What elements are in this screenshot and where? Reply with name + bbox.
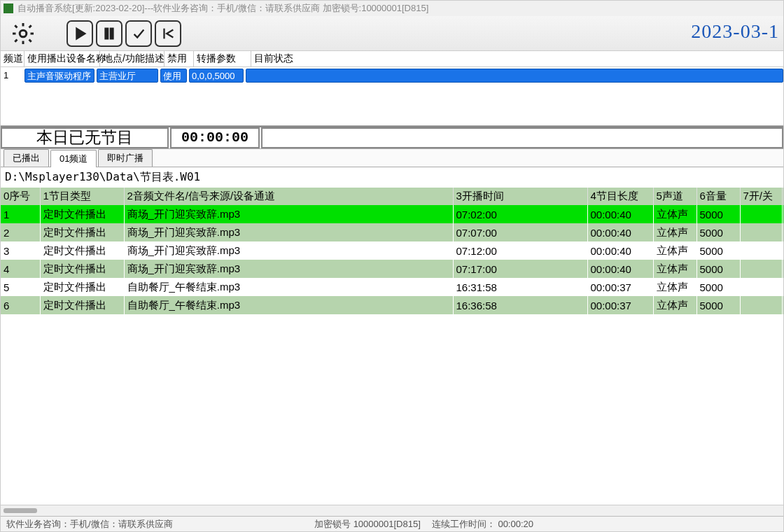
toolbar: 2023-03-1 [1, 16, 783, 51]
cell-len: 00:00:40 [587, 223, 653, 241]
playlist-header-row: 0序号 1节目类型 2音频文件名/信号来源/设备通道 3开播时间 4节目长度 5… [1, 188, 783, 205]
app-window: 自动播音系统[更新:2023-02-20]---软件业务咨询：手机/微信：请联系… [0, 0, 784, 532]
cell-ch: 立体声 [653, 223, 696, 241]
mid-bar: 本日已无节目 00:00:00 [1, 126, 783, 149]
cell-file: 商场_开门迎宾致辞.mp3 [124, 205, 453, 223]
col-len[interactable]: 4节目长度 [587, 188, 653, 205]
table-row[interactable]: 2定时文件播出商场_开门迎宾致辞.mp307:07:0000:00:40立体声5… [1, 223, 783, 241]
cell-ch: 立体声 [653, 278, 696, 296]
table-row[interactable]: 3定时文件播出商场_开门迎宾致辞.mp307:12:0000:00:40立体声5… [1, 241, 783, 260]
check-button[interactable] [125, 20, 152, 47]
cell-vol: 5000 [696, 205, 740, 223]
cell-ext: 16 [782, 296, 783, 314]
col-seq[interactable]: 0序号 [1, 188, 40, 205]
table-row[interactable]: 6定时文件播出自助餐厅_午餐结束.mp316:36:5800:00:37立体声5… [1, 296, 783, 314]
col-location: 地点/功能描述 [100, 51, 164, 66]
cell-ch: 立体声 [653, 205, 696, 223]
title-bar: 自动播音系统[更新:2023-02-20]---软件业务咨询：手机/微信：请联系… [1, 1, 783, 16]
scrollbar-thumb[interactable] [4, 508, 37, 513]
horizontal-scrollbar[interactable] [1, 505, 783, 516]
col-disabled: 禁用 [164, 51, 194, 66]
cell-len: 00:00:37 [587, 278, 653, 296]
channel-row[interactable]: 1 主声音驱动程序 主营业厅 使用 0,0,0,5000 [1, 69, 783, 84]
cell-start: 07:02:00 [453, 205, 587, 223]
cell-sw [740, 223, 782, 241]
pause-icon [102, 26, 117, 41]
table-row[interactable]: 1定时文件播出商场_开门迎宾致辞.mp307:02:0000:00:40立体声5… [1, 205, 783, 223]
status-bar: 软件业务咨询：手机/微信：请联系供应商 加密锁号 10000001[D815] … [1, 516, 783, 531]
cell-file: 商场_开门迎宾致辞.mp3 [124, 241, 453, 260]
cell-vol: 5000 [696, 223, 740, 241]
table-row[interactable]: 4定时文件播出商场_开门迎宾致辞.mp307:17:0000:00:40立体声5… [1, 260, 783, 278]
cell-sw [740, 205, 782, 223]
tab-instant[interactable]: 即时广播 [98, 149, 153, 167]
col-extra[interactable]: 8 [782, 188, 783, 205]
channel-body: 1 主声音驱动程序 主营业厅 使用 0,0,0,5000 [1, 67, 783, 126]
pause-button[interactable] [96, 20, 122, 47]
status-runtime-label: 连续工作时间： [432, 519, 496, 529]
cell-seq: 1 [1, 205, 40, 223]
settings-button[interactable] [8, 18, 38, 49]
col-file[interactable]: 2音频文件名/信号来源/设备通道 [124, 188, 453, 205]
today-status: 本日已无节目 [1, 127, 169, 148]
col-device: 使用播出设备名称 [24, 51, 100, 66]
cell-file: 商场_开门迎宾致辞.mp3 [124, 260, 453, 278]
cell-seq: 3 [1, 241, 40, 260]
cell-len: 00:00:40 [587, 241, 653, 260]
cell-len: 00:00:40 [587, 260, 653, 278]
status-lock: 加密锁号 10000001[D815] [309, 518, 426, 531]
tab-bar: 已播出 01频道 即时广播 [1, 149, 783, 167]
cell-ch: 立体声 [653, 241, 696, 260]
cell-start: 07:17:00 [453, 260, 587, 278]
cell-vol: 5000 [696, 260, 740, 278]
status-left: 软件业务咨询：手机/微信：请联系供应商 [1, 518, 309, 531]
back-button[interactable] [155, 20, 181, 47]
svg-rect-3 [111, 28, 113, 38]
play-button[interactable] [66, 20, 93, 47]
elapsed-time: 00:00:00 [170, 127, 260, 148]
channel-row-empty [1, 85, 783, 101]
col-params: 转播参数 [194, 51, 251, 66]
status-runtime-value: 00:00:20 [498, 519, 533, 529]
cell-seq: 4 [1, 260, 40, 278]
cell-sw [740, 260, 782, 278]
cell-start: 16:36:58 [453, 296, 587, 314]
play-icon [72, 26, 88, 41]
col-volume[interactable]: 6音量 [696, 188, 740, 205]
app-icon [4, 4, 13, 13]
col-status: 目前状态 [251, 51, 783, 66]
cell-sw [740, 296, 782, 314]
date-display: 2023-03-1 [691, 20, 779, 43]
cell-start: 07:12:00 [453, 241, 587, 260]
cell-ext: 07 [782, 223, 783, 241]
col-channel: 频道 [1, 51, 24, 66]
cell-vol: 5000 [696, 278, 740, 296]
svg-point-0 [20, 30, 27, 37]
svg-rect-2 [106, 28, 108, 38]
playlist-area: 0序号 1节目类型 2音频文件名/信号来源/设备通道 3开播时间 4节目长度 5… [1, 188, 783, 505]
cell-type: 定时文件播出 [40, 296, 124, 314]
cell-vol: 5000 [696, 241, 740, 260]
playlist-path: D:\Msplayer130\Data\节目表.W01 [1, 167, 783, 188]
playlist-table: 0序号 1节目类型 2音频文件名/信号来源/设备通道 3开播时间 4节目长度 5… [1, 188, 783, 314]
cell-start: 16:31:58 [453, 278, 587, 296]
tab-played[interactable]: 已播出 [4, 149, 49, 167]
cell-ext: 07 [782, 260, 783, 278]
status-runtime: 连续工作时间： 00:00:20 [426, 518, 539, 531]
channel-index-empty [1, 85, 24, 101]
col-start[interactable]: 3开播时间 [453, 188, 587, 205]
channel-location-tag: 主营业厅 [97, 69, 158, 83]
col-switch[interactable]: 7开/关 [740, 188, 782, 205]
col-type[interactable]: 1节目类型 [40, 188, 124, 205]
table-row[interactable]: 5定时文件播出自助餐厅_午餐结束.mp316:31:5800:00:37立体声5… [1, 278, 783, 296]
channel-index: 1 [1, 69, 24, 84]
status-lock-value: 10000001[D815] [354, 519, 421, 529]
check-icon [131, 26, 146, 41]
tab-channel01[interactable]: 01频道 [50, 150, 97, 167]
cell-sw [740, 278, 782, 296]
cell-vol: 5000 [696, 296, 740, 314]
cell-type: 定时文件播出 [40, 278, 124, 296]
col-channel[interactable]: 5声道 [653, 188, 696, 205]
cell-type: 定时文件播出 [40, 205, 124, 223]
cell-sw [740, 241, 782, 260]
